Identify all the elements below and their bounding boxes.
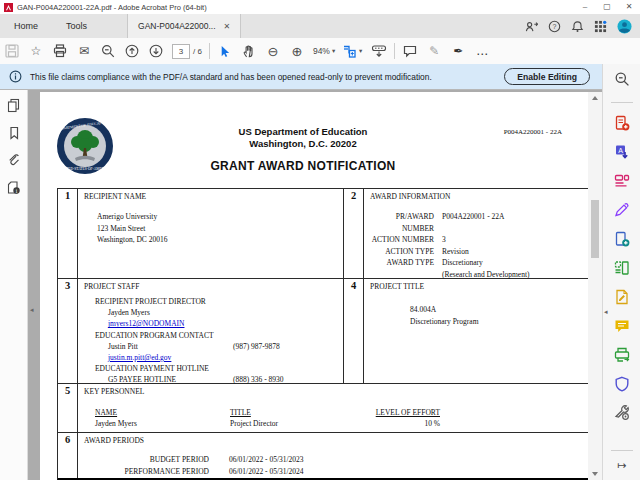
grant-table: 1 RECIPIENT NAME Amerigo University 123 … xyxy=(57,188,588,480)
search-icon[interactable] xyxy=(614,71,630,87)
section-title: KEY PERSONNEL xyxy=(84,387,588,396)
doc-org-line2: Washington, D.C. 20202 xyxy=(40,138,566,150)
page-number-input[interactable]: 3 xyxy=(172,44,190,59)
notifications-bell-icon[interactable] xyxy=(571,20,584,33)
protect-icon[interactable] xyxy=(614,376,630,392)
more-tools-ellipsis[interactable]: … xyxy=(470,40,494,62)
comment-icon[interactable] xyxy=(614,318,630,334)
help-icon[interactable]: ? xyxy=(548,20,561,33)
tab-document[interactable]: GAN-P004A22000... ✕ xyxy=(127,14,241,38)
favorites-star-icon[interactable]: ☆ xyxy=(24,40,48,62)
tab-home[interactable]: Home xyxy=(0,14,52,38)
zoom-out-button[interactable]: ⊖ xyxy=(261,40,285,62)
project-title-line: Discretionary Program xyxy=(410,316,588,328)
kp-title: Project Director xyxy=(230,418,355,429)
staff-name: Justin Pitt xyxy=(108,342,138,351)
document-area: i ◂ ·DEPARTMENT·OF·EDUCATION· UNITED·STA… xyxy=(0,90,602,480)
section-award-periods: 6 AWARD PERIODS BUDGET PERIOD06/01/2022 … xyxy=(58,433,588,478)
enable-editing-button[interactable]: Enable Editing xyxy=(504,68,590,85)
attachments-paperclip-icon[interactable] xyxy=(7,153,21,167)
highlight-pencil-icon[interactable]: ✎ xyxy=(422,40,446,62)
hand-tool-icon[interactable] xyxy=(237,40,261,62)
window-title: GAN-P004A220001-22A.pdf - Adobe Acrobat … xyxy=(17,3,207,12)
award-info-label: AWARD TYPE xyxy=(370,257,434,269)
main-toolbar: ☆ ✉ 3 / 6 ⊖ ⊕ 94% ▾ ▾ ✎ ✒ … xyxy=(0,38,640,65)
recipient-line: Washington, DC 20016 xyxy=(97,234,343,246)
minimize-button[interactable]: – xyxy=(574,0,596,14)
project-title-line: 84.004A xyxy=(410,304,588,316)
standards-pdfa-icon[interactable]: i xyxy=(6,180,21,195)
edit-pdf-icon[interactable] xyxy=(614,173,630,189)
award-period-label: PERFORMANCE PERIOD xyxy=(84,466,209,478)
search-document-icon[interactable] xyxy=(96,40,120,62)
page-thumbnails-icon[interactable] xyxy=(6,98,21,113)
maximize-button[interactable]: ▢ xyxy=(596,0,618,14)
award-period-label: BUDGET PERIOD xyxy=(84,454,209,466)
open-tools-panel-icon[interactable]: ↦ xyxy=(617,459,626,472)
document-header: US Department of Education Washington, D… xyxy=(40,126,566,173)
tab-close-icon[interactable]: ✕ xyxy=(224,22,231,31)
zoom-in-button[interactable]: ⊕ xyxy=(285,40,309,62)
scrolling-mode-icon[interactable] xyxy=(367,40,391,62)
app-grid-icon[interactable] xyxy=(594,20,607,33)
next-page-button[interactable] xyxy=(144,40,168,62)
section-title: PROJECT TITLE xyxy=(370,282,588,291)
tab-tools[interactable]: Tools xyxy=(52,14,101,38)
staff-group-heading: RECIPIENT PROJECT DIRECTOR xyxy=(95,296,343,307)
tab-bar: Home Tools GAN-P004A22000... ✕ ? xyxy=(0,14,640,38)
staff-phone: (987) 987-9878 xyxy=(233,341,280,352)
organize-pages-icon[interactable] xyxy=(614,260,630,276)
tools-panel-collapse-handle[interactable]: ◂ xyxy=(604,308,608,316)
vertical-scrollbar[interactable] xyxy=(588,92,602,480)
kp-col-effort: LEVEL OF EFFORT xyxy=(355,407,440,418)
combine-files-icon[interactable] xyxy=(614,231,630,247)
section-title: AWARD INFORMATION xyxy=(370,192,588,201)
staff-email-link[interactable]: justin.m.pitt@ed.gov xyxy=(108,353,171,362)
previous-page-button[interactable] xyxy=(120,40,144,62)
award-info-label: PR/AWARD NUMBER xyxy=(370,211,434,234)
section-recipient-name: 1 RECIPIENT NAME Amerigo University 123 … xyxy=(58,189,343,278)
section-number: 3 xyxy=(58,279,78,383)
fit-page-dropdown[interactable]: ▾ xyxy=(337,40,367,62)
share-icon[interactable] xyxy=(525,20,538,33)
tools-panel-rail: A ↦ xyxy=(602,64,640,480)
print-button[interactable] xyxy=(48,40,72,62)
award-info-label: ACTION NUMBER xyxy=(370,234,434,246)
svg-text:?: ? xyxy=(553,22,557,29)
account-avatar[interactable] xyxy=(617,19,632,34)
scan-ocr-icon[interactable] xyxy=(614,347,630,363)
zoom-level-dropdown[interactable]: 94% ▾ xyxy=(313,46,335,56)
section-number: 2 xyxy=(344,189,364,278)
save-button[interactable] xyxy=(0,40,24,62)
comment-tool-icon[interactable] xyxy=(398,40,422,62)
request-esignatures-icon[interactable] xyxy=(614,289,630,305)
scroll-down-arrow[interactable] xyxy=(588,468,602,480)
staff-group-heading: EDUCATION PROGRAM CONTACT xyxy=(95,330,343,341)
email-icon[interactable]: ✉ xyxy=(72,40,96,62)
fill-sign-icon[interactable] xyxy=(614,202,630,218)
sign-pen-icon[interactable]: ✒ xyxy=(446,40,470,62)
notification-message: This file claims compliance with the PDF… xyxy=(30,72,432,82)
left-panel-collapse-handle[interactable]: ◂ xyxy=(30,306,34,314)
more-tools-icon[interactable] xyxy=(614,405,630,421)
page-total-label: / 6 xyxy=(193,47,202,56)
scroll-up-arrow[interactable] xyxy=(588,92,602,104)
award-info-value: Revision xyxy=(442,246,469,258)
pdfa-notification-bar: This file claims compliance with the PDF… xyxy=(0,64,602,90)
kp-name: Jayden Myers xyxy=(95,418,230,429)
zoom-caret-icon: ▾ xyxy=(332,47,335,55)
bookmarks-icon[interactable] xyxy=(7,126,21,140)
close-button[interactable]: ✕ xyxy=(618,0,640,14)
award-info-label: ACTION TYPE xyxy=(370,246,434,258)
scrollbar-thumb[interactable] xyxy=(591,200,599,258)
staff-email-link[interactable]: jmyers12@NODOMAIN xyxy=(108,319,184,328)
fit-caret-icon: ▾ xyxy=(359,47,362,55)
svg-text:A: A xyxy=(618,147,623,154)
pdf-page: ·DEPARTMENT·OF·EDUCATION· UNITED·STATES·… xyxy=(40,92,588,480)
create-pdf-icon[interactable] xyxy=(614,115,630,131)
section-number: 6 xyxy=(58,433,78,478)
export-pdf-icon[interactable]: A xyxy=(614,144,630,160)
select-tool-icon[interactable] xyxy=(213,40,237,62)
section-title: AWARD PERIODS xyxy=(84,436,588,445)
award-reference-number: P004A220001 - 22A xyxy=(504,128,562,136)
